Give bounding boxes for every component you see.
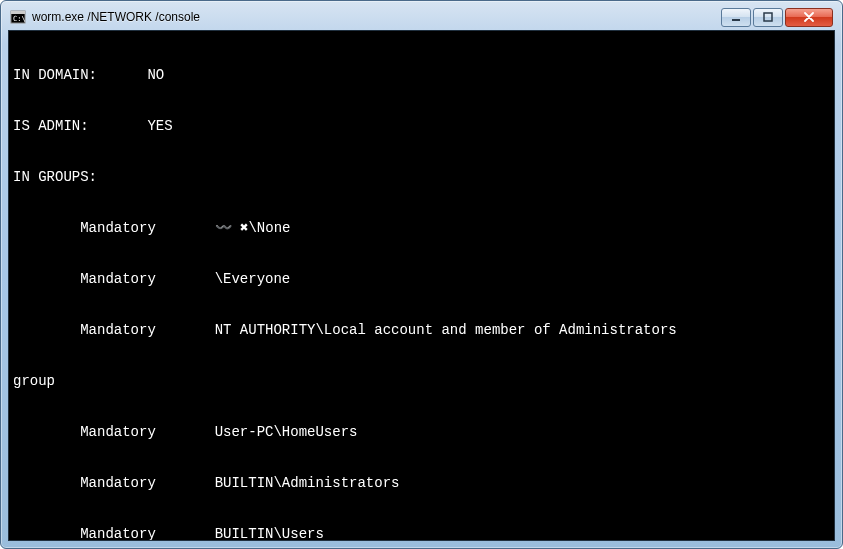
app-icon: C:\ <box>10 9 26 25</box>
console-line: Mandatory User-PC\HomeUsers <box>13 424 830 441</box>
console-output[interactable]: IN DOMAIN: NO IS ADMIN: YES IN GROUPS: M… <box>8 30 835 541</box>
minimize-button[interactable] <box>721 8 751 27</box>
console-line: Mandatory 〰️ ✖\None <box>13 220 830 237</box>
console-line: Mandatory BUILTIN\Administrators <box>13 475 830 492</box>
svg-rect-1 <box>11 11 25 14</box>
titlebar[interactable]: C:\ worm.exe /NETWORK /console <box>8 8 835 30</box>
close-button[interactable] <box>785 8 833 27</box>
svg-rect-4 <box>764 13 772 21</box>
svg-text:C:\: C:\ <box>13 15 26 23</box>
console-line: IN DOMAIN: NO <box>13 67 830 84</box>
console-line: Mandatory NT AUTHORITY\Local account and… <box>13 322 830 339</box>
maximize-button[interactable] <box>753 8 783 27</box>
console-line: IS ADMIN: YES <box>13 118 830 135</box>
console-line: group <box>13 373 830 390</box>
window-controls <box>719 8 833 27</box>
svg-rect-3 <box>732 19 740 21</box>
console-line: Mandatory BUILTIN\Users <box>13 526 830 541</box>
app-window: C:\ worm.exe /NETWORK /console IN DOMAIN… <box>0 0 843 549</box>
window-title: worm.exe /NETWORK /console <box>32 10 719 24</box>
console-line: Mandatory \Everyone <box>13 271 830 288</box>
console-line: IN GROUPS: <box>13 169 830 186</box>
